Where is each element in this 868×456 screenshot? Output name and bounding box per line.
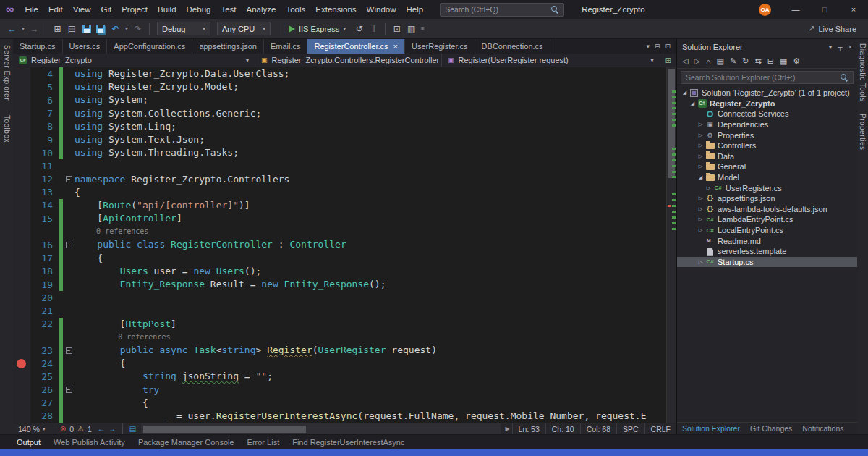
code-row[interactable]: 21 [13, 304, 666, 317]
code-row[interactable]: 9using System.Text.Json; [13, 133, 666, 146]
chevron-collapsed-icon[interactable]: ▷ [697, 259, 705, 265]
solution-configurations-dropdown[interactable]: Debug▾ [157, 22, 210, 35]
code-row[interactable]: 18 Users user = new Users(); [13, 265, 666, 278]
tree-item-lambdaentrypoint-cs[interactable]: ▷C#LambdaEntryPoint.cs [677, 214, 857, 225]
tree-item-connected-services[interactable]: Connected Services [677, 109, 857, 119]
error-summary[interactable]: ⊗ 0 ⚠ 1 [57, 425, 95, 434]
breakpoint-margin[interactable] [13, 370, 30, 383]
open-file-icon[interactable]: ▤ [66, 22, 78, 35]
menu-tools[interactable]: Tools [281, 0, 310, 19]
vscrollbar-thumb[interactable] [668, 69, 675, 178]
breakpoint-margin[interactable] [13, 93, 30, 106]
collapse-icon[interactable]: − [66, 387, 72, 393]
pending-changes-filter-icon[interactable]: ✎ [730, 56, 736, 66]
split-window-icon[interactable]: ⊟ [655, 43, 660, 50]
tab-registercontroller-cs[interactable]: RegisterController.cs× [307, 39, 405, 54]
tab-dbconnection-cs[interactable]: DBConnection.cs [475, 39, 550, 54]
switch-views-icon[interactable]: ▤ [717, 56, 724, 66]
chevron-collapsed-icon[interactable]: ▷ [697, 132, 705, 138]
close-icon[interactable]: × [393, 42, 398, 51]
start-debugging-button[interactable]: IIS Express▾ [284, 25, 351, 33]
breakpoint-margin[interactable] [13, 252, 30, 265]
chevron-collapsed-icon[interactable]: ▷ [697, 216, 705, 222]
tree-item-readme-md[interactable]: M↓Readme.md [677, 235, 857, 246]
collapse-all-icon[interactable]: ⊟ [767, 56, 774, 66]
menu-test[interactable]: Test [216, 0, 241, 19]
new-view-icon[interactable]: ⊞ [660, 56, 676, 64]
hscrollbar-thumb[interactable] [143, 426, 306, 433]
attach-to-process-icon[interactable]: ⊡ [391, 22, 403, 35]
breakpoint-margin[interactable] [13, 146, 30, 159]
menu-project[interactable]: Project [116, 0, 153, 19]
codelens-row[interactable]: 0 references [13, 225, 666, 238]
messages-icon[interactable]: ▤ [129, 425, 136, 433]
undo-icon[interactable]: ↶ [109, 22, 122, 35]
tree-item-general[interactable]: ▷General [677, 161, 857, 172]
chevron-collapsed-icon[interactable]: ▷ [697, 153, 705, 159]
menu-edit[interactable]: Edit [43, 0, 68, 19]
navigate-forward-icon[interactable]: → [28, 22, 41, 35]
code-row[interactable]: 23− public async Task<string> Register(U… [13, 344, 666, 357]
breakpoint-margin[interactable] [13, 318, 30, 331]
code-row[interactable]: 10using System.Threading.Tasks; [13, 146, 666, 159]
close-button[interactable]: × [839, 0, 868, 19]
tree-item-aws-lambda-tools-defaults-json[interactable]: ▷{}aws-lambda-tools-defaults.json [677, 204, 857, 215]
properties-icon[interactable]: ⚙ [793, 56, 800, 66]
chevron-collapsed-icon[interactable]: ▷ [705, 185, 712, 191]
code-row[interactable]: 11 [13, 159, 666, 172]
code-row[interactable]: 5using Register_Zcrypto.Model; [13, 80, 666, 93]
tool-tab-solution-explorer[interactable]: Solution Explorer [677, 424, 745, 433]
tree-item-dependencies[interactable]: ▷▣Dependencies [677, 119, 857, 130]
menu-view[interactable]: View [68, 0, 96, 19]
close-icon[interactable]: × [848, 43, 852, 51]
tree-item-data[interactable]: ▷Data [677, 151, 857, 162]
refresh-icon[interactable]: ↻ [742, 56, 749, 66]
tree-item-serverless-template[interactable]: serverless.template [677, 246, 857, 257]
collapse-icon[interactable]: − [66, 347, 72, 354]
solution-explorer-search-box[interactable]: Search Solution Explorer (Ctrl+;) [681, 71, 854, 84]
breadcrumb-type-dropdown[interactable]: ▣ Register_Zcrypto.Controllers.RegisterC… [255, 54, 442, 67]
tree-item-localentrypoint-cs[interactable]: ▷C#LocalEntryPoint.cs [677, 225, 857, 236]
navigate-forward-icon[interactable]: ▷ [694, 56, 699, 66]
code-row[interactable]: 14 [Route("api/[controller]")] [13, 199, 666, 212]
editor-vscrollbar[interactable] [666, 67, 676, 423]
live-share-button[interactable]: ↗ Live Share [808, 24, 862, 33]
chevron-collapsed-icon[interactable]: ▷ [697, 122, 705, 127]
code-row[interactable]: 7using System.Collections.Generic; [13, 107, 666, 120]
editor-hscrollbar[interactable] [141, 423, 501, 434]
panel-tab-package-manager-console[interactable]: Package Manager Console [132, 435, 241, 450]
collapse-icon[interactable]: − [66, 176, 72, 182]
panel-tab-output[interactable]: Output [10, 435, 47, 450]
tree-item-userregister-cs[interactable]: ▷C#UserRegister.cs [677, 182, 857, 193]
float-window-icon[interactable]: ⊡ [665, 43, 671, 50]
rail-tab-server-explorer[interactable]: Server Explorer [3, 45, 11, 101]
visual-studio-logo-icon[interactable]: ∞ [6, 0, 14, 19]
minimize-button[interactable]: — [781, 0, 810, 19]
breakpoint-margin[interactable] [13, 357, 30, 370]
tab-appsettings-json[interactable]: appsettings.json [192, 39, 264, 54]
show-all-files-icon[interactable]: ▦ [780, 56, 787, 66]
code-row[interactable]: 4using Register_Zcrypto.Data.UserClass; [13, 67, 666, 80]
break-all-icon[interactable]: ‖ [367, 22, 380, 35]
code-row[interactable]: 20 [13, 291, 666, 304]
breakpoint-margin[interactable] [13, 159, 30, 172]
navigate-back-chevron-icon[interactable]: ▾ [20, 22, 26, 35]
code-row[interactable]: 12−namespace Register_Zcrypto.Controller… [13, 173, 666, 186]
navigate-forward-icon[interactable]: → [109, 425, 116, 433]
hot-reload-icon[interactable]: ↺ [353, 22, 365, 35]
breakpoint-margin[interactable] [13, 67, 30, 80]
code-row[interactable]: 24 { [13, 357, 666, 370]
breakpoint-margin[interactable] [13, 212, 30, 225]
breakpoint-margin[interactable] [13, 384, 30, 397]
code-row[interactable]: 16− public class RegisterController : Co… [13, 238, 666, 251]
code-row[interactable]: 25 string jsonString = ""; [13, 370, 666, 383]
code-row[interactable]: 15 [ApiController] [13, 212, 666, 225]
tab-startup-cs[interactable]: Startup.cs [13, 39, 63, 54]
save-all-icon[interactable] [95, 22, 107, 35]
menu-extensions[interactable]: Extensions [310, 0, 361, 19]
undo-chevron-icon[interactable]: ▾ [124, 22, 129, 35]
code-row[interactable]: 28 _ = user.RegisterUserInterestAsync(re… [13, 410, 666, 423]
breakpoint-margin[interactable] [13, 133, 30, 146]
tool-tab-git-changes[interactable]: Git Changes [745, 424, 797, 433]
tab-userregister-cs[interactable]: UserRegister.cs [405, 39, 475, 54]
